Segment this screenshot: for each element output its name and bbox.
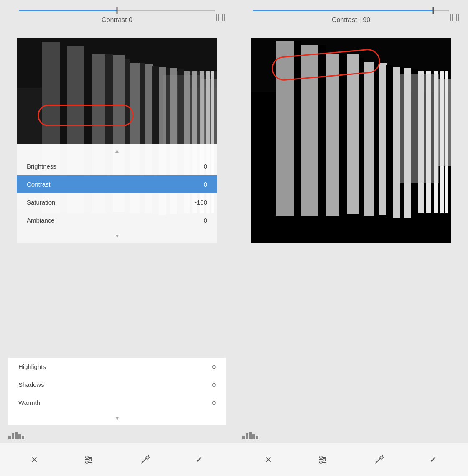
svg-rect-64	[294, 41, 301, 216]
right-compare-button[interactable]	[449, 12, 460, 23]
left-slider-fill	[19, 10, 117, 11]
svg-rect-43	[450, 14, 451, 21]
right-hist-bar-4	[252, 434, 255, 439]
adj-row-highlights[interactable]: Highlights 0	[8, 358, 226, 376]
lower-adjustments: Highlights 0 Shadows 0 Warmth 0 ▾	[8, 358, 226, 425]
svg-point-79	[320, 461, 322, 463]
adj-value-brightness: 0	[204, 163, 207, 170]
right-slider-track[interactable]	[253, 10, 449, 11]
left-compare-button[interactable]	[215, 12, 226, 23]
hist-bar-4	[18, 434, 21, 439]
svg-point-36	[89, 458, 92, 461]
right-cancel-button[interactable]: ✕	[265, 455, 272, 465]
adj-arrow-down[interactable]: ▾	[17, 229, 217, 243]
right-slider-fill	[253, 10, 433, 11]
svg-rect-63	[301, 45, 318, 216]
adj-value-contrast: 0	[204, 181, 207, 188]
svg-rect-46	[456, 14, 457, 21]
left-photo-container: ▲ Brightness 0 Contrast 0 Saturation -10…	[17, 38, 217, 243]
lower-adj-arrow-down[interactable]: ▾	[8, 412, 226, 425]
svg-rect-67	[359, 58, 364, 216]
adj-label-warmth: Warmth	[18, 399, 40, 406]
adj-row-shadows[interactable]: Shadows 0	[8, 376, 226, 394]
adj-label-highlights: Highlights	[18, 363, 46, 370]
svg-rect-66	[339, 54, 347, 216]
adj-row-warmth[interactable]: Warmth 0	[8, 394, 226, 412]
right-hist-bar-1	[242, 436, 245, 439]
adj-value-ambiance: 0	[204, 217, 207, 224]
right-cancel-icon: ✕	[265, 455, 272, 465]
left-compare-icon	[215, 12, 226, 23]
right-adjustments-icon	[317, 454, 328, 465]
right-hist-bar-5	[256, 436, 258, 439]
svg-point-77	[320, 456, 322, 458]
left-bottom-toolbar: ✕ ✓	[0, 443, 234, 476]
adj-row-brightness[interactable]: Brightness 0	[17, 157, 217, 175]
adj-label-shadows: Shadows	[18, 381, 44, 388]
svg-point-37	[86, 461, 88, 463]
hist-bar-3	[15, 432, 18, 439]
svg-rect-2	[221, 13, 221, 22]
svg-rect-69	[386, 65, 393, 217]
right-hist-bar-2	[246, 433, 248, 439]
right-histogram-icon[interactable]	[242, 430, 258, 439]
right-photo-container	[251, 38, 451, 243]
left-adjustments-button[interactable]	[83, 454, 94, 465]
left-magic-button[interactable]	[140, 454, 150, 465]
right-slider-area[interactable]: Contrast +90	[234, 0, 468, 33]
svg-rect-3	[222, 14, 223, 21]
left-panel: Contrast 0	[0, 0, 234, 476]
svg-rect-45	[455, 13, 455, 22]
right-confirm-button[interactable]: ✓	[430, 454, 437, 465]
adj-row-ambiance[interactable]: Ambiance 0	[17, 211, 217, 229]
left-contrast-label: Contrast 0	[102, 16, 132, 24]
adj-value-shadows: 0	[212, 381, 216, 388]
right-adjustments-button[interactable]	[317, 454, 328, 465]
svg-rect-0	[216, 14, 217, 21]
adj-row-saturation[interactable]: Saturation -100	[17, 193, 217, 211]
svg-rect-65	[318, 45, 326, 216]
right-histogram-area	[234, 247, 468, 443]
right-magic-button[interactable]	[374, 454, 384, 465]
svg-rect-68	[374, 62, 379, 216]
svg-line-82	[382, 455, 383, 456]
adjustment-overlay: ▲ Brightness 0 Contrast 0 Saturation -10…	[17, 144, 217, 243]
right-photo	[251, 38, 451, 243]
adj-row-contrast[interactable]: Contrast 0	[17, 175, 217, 193]
right-magic-icon	[374, 454, 384, 465]
right-photo-area	[234, 33, 468, 247]
adj-value-saturation: -100	[195, 199, 207, 206]
left-slider-area[interactable]: Contrast 0	[0, 0, 234, 33]
svg-rect-4	[224, 14, 225, 21]
adj-label-ambiance: Ambiance	[27, 217, 55, 224]
left-photo-area: ▲ Brightness 0 Contrast 0 Saturation -10…	[0, 33, 234, 358]
left-cancel-icon: ✕	[31, 455, 38, 465]
svg-rect-61	[347, 54, 359, 214]
adj-value-highlights: 0	[212, 363, 216, 370]
left-slider-track[interactable]	[19, 10, 215, 11]
left-histogram-area	[0, 425, 234, 443]
adj-arrow-up[interactable]: ▲	[17, 144, 217, 157]
left-confirm-button[interactable]: ✓	[196, 454, 203, 465]
right-contrast-label: Contrast +90	[332, 16, 370, 24]
left-cancel-button[interactable]: ✕	[31, 455, 38, 465]
svg-rect-47	[458, 14, 459, 21]
hist-bar-2	[12, 433, 14, 439]
right-confirm-icon: ✓	[430, 454, 437, 465]
svg-rect-1	[218, 14, 219, 21]
svg-rect-72	[397, 74, 439, 183]
svg-point-35	[86, 456, 88, 458]
svg-point-78	[323, 458, 326, 461]
left-histogram-icon[interactable]	[8, 430, 226, 439]
adj-label-contrast: Contrast	[27, 181, 51, 188]
right-hist-bar-3	[249, 432, 252, 439]
left-adjustments-icon	[83, 454, 94, 465]
left-slider-thumb[interactable]	[117, 7, 118, 14]
adj-value-warmth: 0	[212, 399, 216, 406]
right-slider-thumb[interactable]	[432, 7, 434, 14]
left-magic-icon	[140, 454, 150, 465]
right-panel: Contrast +90	[234, 0, 468, 476]
svg-rect-60	[326, 54, 339, 216]
svg-line-40	[148, 455, 149, 456]
hist-bar-5	[22, 436, 24, 439]
